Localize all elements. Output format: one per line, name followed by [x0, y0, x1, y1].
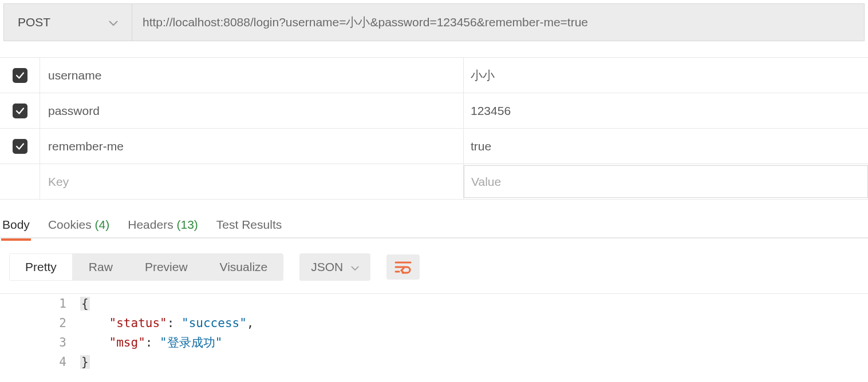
url-text: http://localhost:8088/login?username=小小&… [143, 14, 588, 30]
params-table: username 小小 password 123456 remember-me … [0, 57, 868, 200]
param-value-input[interactable]: 小小 [464, 58, 868, 93]
tab-test-results[interactable]: Test Results [215, 213, 283, 240]
view-tab-raw[interactable]: Raw [73, 253, 129, 281]
view-tab-pretty[interactable]: Pretty [9, 253, 73, 281]
param-enable-cell [0, 58, 40, 93]
param-value-text: 小小 [471, 67, 495, 83]
param-key-text: password [48, 104, 100, 118]
view-tab-visualize[interactable]: Visualize [204, 253, 284, 281]
body-view-tabs: Pretty Raw Preview Visualize [9, 253, 283, 281]
line-number: 1 [0, 297, 80, 311]
param-key-text: username [48, 69, 101, 82]
wrap-lines-button[interactable] [386, 254, 420, 280]
param-key-input[interactable]: password [40, 93, 464, 128]
chevron-down-icon [351, 260, 359, 274]
param-key-input[interactable]: username [40, 58, 464, 93]
code-text: "success" [182, 316, 247, 330]
param-enable-cell [0, 164, 40, 199]
http-method-select[interactable]: POST [4, 4, 132, 41]
body-toolbar: Pretty Raw Preview Visualize JSON [0, 238, 868, 284]
body-format-select[interactable]: JSON [299, 253, 370, 281]
table-row: username 小小 [0, 58, 868, 93]
tab-count: (13) [177, 218, 198, 231]
param-value-text: true [471, 140, 491, 153]
code-text: { [80, 297, 90, 311]
tab-headers[interactable]: Headers (13) [127, 213, 199, 240]
request-bar: POST http://localhost:8088/login?usernam… [3, 3, 865, 41]
table-row-new: Key Value [0, 164, 868, 200]
format-label: JSON [311, 260, 343, 274]
response-tabs: Body Cookies (4) Headers (13) Test Resul… [0, 200, 868, 238]
code-text: } [80, 355, 90, 369]
param-key-text: remember-me [48, 140, 124, 153]
param-value-placeholder: Value [471, 175, 501, 189]
tab-label: Cookies [48, 218, 92, 231]
wrap-icon [394, 260, 412, 274]
tab-body[interactable]: Body [1, 213, 31, 240]
view-tab-label: Preview [145, 260, 188, 273]
param-value-text: 123456 [471, 104, 511, 118]
http-method-label: POST [18, 15, 50, 29]
chevron-down-icon [109, 15, 118, 29]
param-key-input[interactable]: Key [40, 164, 464, 199]
code-line: 1 { [0, 294, 868, 313]
code-line: 3 "msg": "登录成功" [0, 333, 868, 352]
tab-count: (4) [95, 218, 110, 231]
table-row: password 123456 [0, 93, 868, 129]
code-text: "status" [109, 316, 167, 330]
line-number: 3 [0, 336, 80, 349]
param-value-input[interactable]: true [464, 129, 868, 164]
view-tab-label: Raw [89, 260, 113, 273]
line-number: 2 [0, 316, 80, 330]
param-checkbox[interactable] [13, 139, 27, 154]
tab-cookies[interactable]: Cookies (4) [47, 213, 111, 240]
param-key-placeholder: Key [48, 175, 69, 189]
param-checkbox[interactable] [13, 104, 27, 118]
tab-label: Test Results [216, 218, 282, 231]
tab-label: Headers [128, 218, 173, 231]
table-row: remember-me true [0, 129, 868, 164]
code-text: "登录成功" [160, 336, 222, 349]
view-tab-preview[interactable]: Preview [129, 253, 204, 281]
param-value-input[interactable]: 123456 [464, 93, 868, 128]
response-body-viewer[interactable]: 1 { 2 "status": "success", 3 "msg": "登录成… [0, 293, 868, 372]
param-value-input[interactable]: Value [464, 165, 868, 198]
line-number: 4 [0, 355, 80, 369]
view-tab-label: Pretty [25, 260, 57, 273]
param-checkbox[interactable] [13, 68, 27, 83]
param-enable-cell [0, 129, 40, 164]
param-enable-cell [0, 93, 40, 128]
check-icon [15, 70, 25, 81]
code-text: "msg" [109, 336, 145, 349]
tab-label: Body [2, 218, 30, 231]
view-tab-label: Visualize [220, 260, 268, 273]
url-input[interactable]: http://localhost:8088/login?username=小小&… [132, 4, 864, 41]
check-icon [15, 106, 25, 116]
param-key-input[interactable]: remember-me [40, 129, 464, 164]
code-line: 2 "status": "success", [0, 313, 868, 333]
check-icon [15, 141, 25, 152]
code-line: 4 } [0, 352, 868, 372]
